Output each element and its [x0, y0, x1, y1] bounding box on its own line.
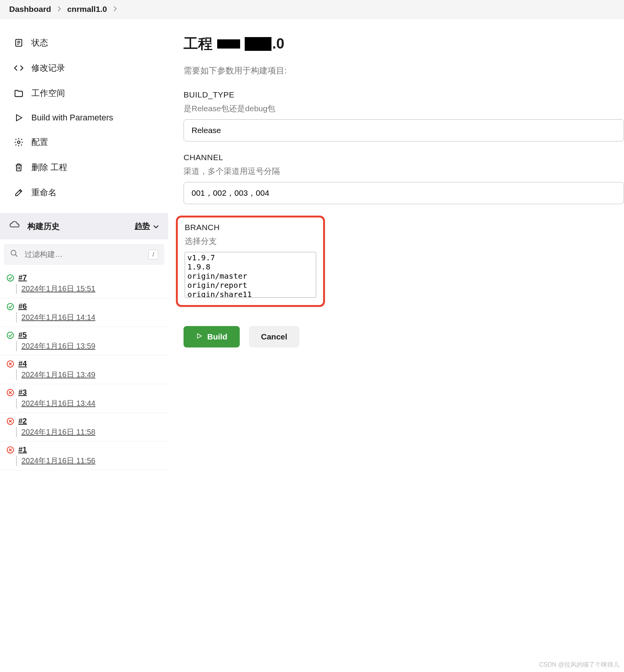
chevron-right-icon	[57, 5, 61, 14]
field-channel: CHANNEL 渠道，多个渠道用逗号分隔	[184, 153, 624, 204]
sidebar-item-label: 工作空间	[31, 88, 65, 99]
check-circle-icon	[6, 331, 15, 339]
build-item[interactable]: #32024年1月16日 13:44	[0, 384, 168, 413]
trend-label: 趋势	[135, 221, 150, 231]
x-circle-icon	[6, 417, 15, 425]
build-button[interactable]: Build	[184, 326, 240, 347]
chevron-right-icon	[113, 5, 117, 14]
svg-point-5	[18, 141, 20, 144]
breadcrumb: Dashboard cnrmall1.0	[0, 0, 624, 19]
svg-line-7	[15, 255, 18, 257]
sidebar-item-label: 删除 工程	[31, 162, 67, 173]
build-date[interactable]: 2024年1月16日 15:51	[16, 284, 95, 294]
branch-option[interactable]: 1.9.8	[186, 262, 315, 271]
x-circle-icon	[6, 360, 15, 368]
build-number[interactable]: #5	[18, 331, 27, 339]
field-desc: 选择分支	[185, 236, 316, 247]
build-button-label: Build	[207, 332, 227, 341]
build-number[interactable]: #7	[18, 273, 27, 282]
filter-builds-wrap[interactable]: /	[4, 244, 164, 265]
build-date[interactable]: 2024年1月16日 13:44	[16, 398, 95, 409]
field-label: BUILD_TYPE	[184, 90, 624, 99]
build-date[interactable]: 2024年1月16日 13:59	[16, 341, 95, 351]
build-history-title: 构建历史	[28, 221, 60, 232]
filter-shortcut-key: /	[148, 250, 158, 260]
redacted-text	[245, 37, 271, 51]
sidebar: 状态 修改记录 工作空间 Build with Parameters 配置	[0, 19, 168, 470]
branch-option[interactable]: origin/share11	[186, 290, 315, 298]
sidebar-item-label: 状态	[31, 37, 48, 49]
x-circle-icon	[6, 388, 15, 397]
sidebar-item-status[interactable]: 状态	[0, 30, 168, 55]
build-number[interactable]: #1	[18, 445, 27, 454]
build-item[interactable]: #22024年1月16日 11:58	[0, 413, 168, 442]
search-icon	[10, 249, 18, 260]
trash-icon	[14, 162, 24, 172]
trend-link[interactable]: 趋势	[135, 221, 159, 231]
sidebar-item-label: 重命名	[31, 187, 57, 198]
build-number[interactable]: #4	[18, 359, 27, 368]
sidebar-item-rename[interactable]: 重命名	[0, 180, 168, 205]
sidebar-item-workspace[interactable]: 工作空间	[0, 81, 168, 106]
sidebar-item-label: 配置	[31, 136, 48, 148]
build-item[interactable]: #62024年1月16日 14:14	[0, 298, 168, 327]
main-content: 工程 .0 需要如下参数用于构建项目: BUILD_TYPE 是Release包…	[168, 19, 624, 470]
build-list: #72024年1月16日 15:51#62024年1月16日 14:14#520…	[0, 269, 168, 470]
svg-point-10	[7, 332, 14, 338]
branch-highlight-box: BRANCH 选择分支 v1.9.71.9.8origin/masterorig…	[176, 216, 325, 307]
svg-point-8	[7, 274, 14, 281]
breadcrumb-item-dashboard[interactable]: Dashboard	[9, 5, 51, 14]
page-title: 工程 .0	[184, 34, 624, 54]
page-subtitle: 需要如下参数用于构建项目:	[184, 65, 624, 76]
build-date[interactable]: 2024年1月16日 11:58	[16, 427, 95, 437]
field-label: CHANNEL	[184, 153, 624, 162]
code-icon	[14, 63, 24, 73]
build-history-header: 构建历史 趋势	[0, 213, 168, 239]
build-type-input[interactable]	[184, 119, 624, 141]
svg-marker-23	[198, 334, 202, 338]
build-item[interactable]: #72024年1月16日 15:51	[0, 269, 168, 298]
branch-select[interactable]: v1.9.71.9.8origin/masterorigin/reportori…	[185, 252, 316, 298]
chevron-down-icon	[153, 222, 159, 230]
build-number[interactable]: #6	[18, 302, 27, 311]
filter-builds-input[interactable]	[24, 250, 142, 259]
folder-icon	[14, 88, 24, 98]
check-circle-icon	[6, 274, 15, 282]
status-icon	[14, 38, 24, 48]
cancel-button-label: Cancel	[261, 332, 288, 341]
field-label: BRANCH	[185, 223, 316, 232]
branch-option[interactable]: origin/master	[186, 271, 315, 281]
branch-option[interactable]: origin/report	[186, 281, 315, 290]
field-desc: 是Release包还是debug包	[184, 103, 624, 114]
build-date[interactable]: 2024年1月16日 13:49	[16, 370, 95, 380]
sidebar-item-build-params[interactable]: Build with Parameters	[0, 106, 168, 130]
check-circle-icon	[6, 302, 15, 311]
cloud-icon	[9, 220, 20, 232]
x-circle-icon	[6, 446, 15, 454]
build-item[interactable]: #12024年1月16日 11:56	[0, 442, 168, 470]
build-item[interactable]: #42024年1月16日 13:49	[0, 355, 168, 384]
channel-input[interactable]	[184, 182, 624, 204]
sidebar-item-configure[interactable]: 配置	[0, 130, 168, 155]
branch-option[interactable]: v1.9.7	[186, 253, 315, 262]
sidebar-item-label: 修改记录	[31, 62, 65, 74]
redacted-text	[217, 39, 240, 49]
breadcrumb-item-project[interactable]: cnrmall1.0	[67, 5, 107, 14]
pencil-icon	[14, 188, 24, 198]
play-icon	[196, 332, 203, 341]
field-desc: 渠道，多个渠道用逗号分隔	[184, 166, 624, 177]
build-date[interactable]: 2024年1月16日 14:14	[16, 312, 95, 323]
gear-icon	[14, 137, 24, 147]
svg-point-9	[7, 303, 14, 310]
build-number[interactable]: #3	[18, 388, 27, 397]
field-build-type: BUILD_TYPE 是Release包还是debug包	[184, 90, 624, 141]
sidebar-item-delete[interactable]: 删除 工程	[0, 155, 168, 180]
build-item[interactable]: #52024年1月16日 13:59	[0, 327, 168, 355]
cancel-button[interactable]: Cancel	[249, 326, 300, 347]
build-number[interactable]: #2	[18, 417, 27, 425]
sidebar-item-changes[interactable]: 修改记录	[0, 55, 168, 81]
build-date[interactable]: 2024年1月16日 11:56	[16, 456, 95, 466]
sidebar-item-label: Build with Parameters	[31, 113, 113, 123]
svg-point-6	[11, 250, 16, 255]
svg-marker-4	[16, 115, 22, 121]
